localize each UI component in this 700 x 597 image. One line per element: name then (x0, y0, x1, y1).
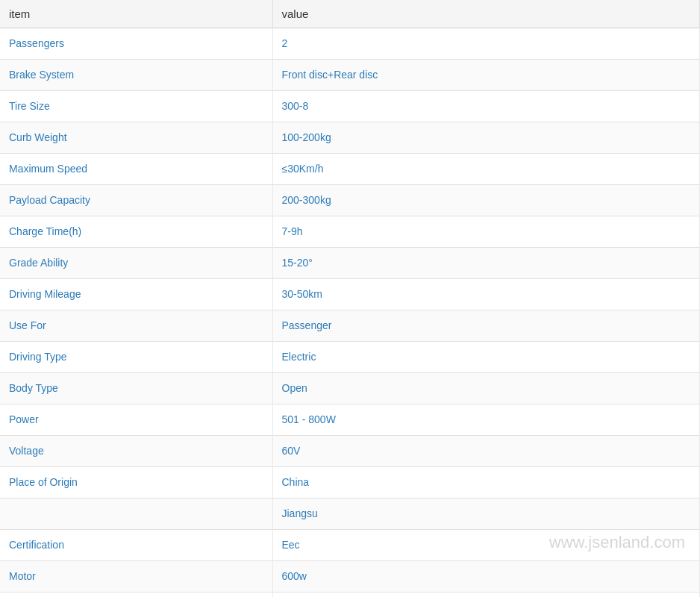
table-header: item value (0, 0, 700, 28)
item-cell: Power (0, 404, 272, 436)
table-row: Curb Weight100-200kg (0, 122, 700, 154)
item-cell: Charge Time(h) (0, 216, 272, 248)
item-cell: Driving Type (0, 342, 272, 373)
table-row: Tire Size300-8 (0, 91, 700, 122)
item-cell: Tire Size (0, 91, 272, 122)
item-cell: Brake System (0, 60, 272, 91)
specs-table: item value Passengers2Brake SystemFront … (0, 0, 700, 597)
value-cell: Eec (272, 530, 700, 561)
table-row: Controller12Tubes (0, 593, 700, 598)
table-row: Use ForPassenger (0, 310, 700, 342)
value-cell: ≤30Km/h (272, 154, 700, 185)
table-row: Driving TypeElectric (0, 342, 700, 373)
item-cell: Payload Capacity (0, 185, 272, 216)
item-cell: Use For (0, 310, 272, 342)
value-cell: 2 (272, 28, 700, 60)
value-cell: 60V (272, 436, 700, 467)
item-cell: Controller (0, 593, 272, 598)
value-cell: Electric (272, 342, 700, 373)
item-cell: Voltage (0, 436, 272, 467)
item-cell: Place of Origin (0, 467, 272, 498)
table-row: Jiangsu (0, 498, 700, 530)
table-row: CertificationEec (0, 530, 700, 561)
item-cell (0, 498, 272, 530)
value-cell: Front disc+Rear disc (272, 60, 700, 91)
value-cell: 15-20° (272, 248, 700, 279)
value-cell: Open (272, 373, 700, 404)
value-cell: China (272, 467, 700, 498)
table-row: Maximum Speed≤30Km/h (0, 154, 700, 185)
value-cell: 12Tubes (272, 593, 700, 598)
header-row: item value (0, 0, 700, 28)
value-cell: 100-200kg (272, 122, 700, 154)
table-row: Grade Ability15-20° (0, 248, 700, 279)
value-cell: 7-9h (272, 216, 700, 248)
value-cell: 30-50km (272, 279, 700, 310)
table-row: Motor600w (0, 561, 700, 593)
item-cell: Curb Weight (0, 122, 272, 154)
value-cell: 200-300kg (272, 185, 700, 216)
table-row: Driving Mileage30-50km (0, 279, 700, 310)
table-row: Body TypeOpen (0, 373, 700, 404)
item-cell: Grade Ability (0, 248, 272, 279)
value-cell: 600w (272, 561, 700, 593)
header-value: value (272, 0, 700, 28)
table-row: Payload Capacity200-300kg (0, 185, 700, 216)
value-cell: 501 - 800W (272, 404, 700, 436)
table-row: Passengers2 (0, 28, 700, 60)
value-cell: Passenger (272, 310, 700, 342)
item-cell: Passengers (0, 28, 272, 60)
table-row: Power501 - 800W (0, 404, 700, 436)
specs-table-container: item value Passengers2Brake SystemFront … (0, 0, 700, 597)
item-cell: Maximum Speed (0, 154, 272, 185)
table-body: Passengers2Brake SystemFront disc+Rear d… (0, 28, 700, 598)
table-row: Brake SystemFront disc+Rear disc (0, 60, 700, 91)
table-row: Charge Time(h)7-9h (0, 216, 700, 248)
table-row: Voltage60V (0, 436, 700, 467)
item-cell: Driving Mileage (0, 279, 272, 310)
item-cell: Certification (0, 530, 272, 561)
table-row: Place of OriginChina (0, 467, 700, 498)
item-cell: Body Type (0, 373, 272, 404)
value-cell: 300-8 (272, 91, 700, 122)
header-item: item (0, 0, 272, 28)
value-cell: Jiangsu (272, 498, 700, 530)
item-cell: Motor (0, 561, 272, 593)
